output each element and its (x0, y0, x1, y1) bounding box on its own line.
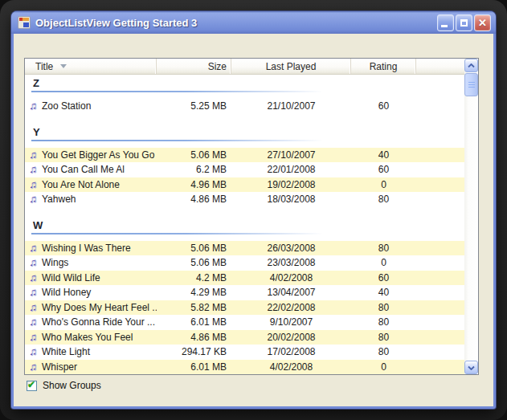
group-title: Z (25, 76, 464, 91)
row-title: Wishing I Was There (42, 243, 131, 254)
song-row[interactable]: ♫ Wild Honey 4.29 MB 13/04/2007 40 (25, 285, 464, 300)
column-header-last-played-label: Last Played (266, 61, 317, 72)
window-client-area: Title Size Last Played Rating Z (14, 34, 493, 406)
row-rating: 80 (351, 243, 416, 254)
song-row[interactable]: ♫ Zoo Station 5.25 MB 21/10/2007 60 (25, 99, 464, 114)
column-header-rating-label: Rating (370, 61, 398, 72)
song-row[interactable]: ♫ White Light 294.17 KB 17/02/2008 80 (25, 345, 464, 360)
group-title: W (25, 218, 464, 233)
vertical-scrollbar[interactable] (464, 59, 478, 374)
music-notes-icon: ♫ (27, 179, 39, 190)
row-rating: 80 (351, 332, 416, 343)
row-title: Whisper (42, 361, 77, 373)
row-title: Wild Wild Life (42, 272, 100, 283)
row-last-played: 4/02/2008 (231, 272, 351, 283)
music-notes-icon: ♫ (27, 243, 39, 254)
row-title: You Can Call Me Al (42, 164, 125, 175)
song-row[interactable]: ♫ You Can Call Me Al 6.2 MB 22/01/2008 6… (25, 162, 464, 177)
group-rows: ♫ You Get Bigger As You Go 5.06 MB 27/10… (25, 148, 464, 207)
minimize-button[interactable] (437, 14, 454, 31)
music-notes-icon: ♫ (27, 361, 39, 373)
row-size: 4.96 MB (157, 179, 231, 190)
group-underline (31, 140, 374, 141)
row-last-played: 17/02/2008 (231, 346, 351, 357)
column-header-title[interactable]: Title (25, 59, 157, 74)
close-button[interactable]: ✕ (474, 14, 491, 31)
row-rating: 80 (351, 346, 416, 357)
column-header-filler (416, 59, 464, 74)
column-header-title-label: Title (35, 61, 53, 72)
music-notes-icon: ♫ (27, 332, 39, 343)
row-rating: 60 (351, 164, 416, 175)
screenshot-background: ObjectListView Getting Started 3 ✕ Title (0, 0, 507, 420)
row-title: White Light (42, 346, 90, 357)
music-notes-icon: ♫ (27, 287, 39, 298)
song-row[interactable]: ♫ You Get Bigger As You Go 5.06 MB 27/10… (25, 148, 464, 163)
song-row[interactable]: ♫ You Are Not Alone 4.96 MB 19/02/2008 0 (25, 177, 464, 193)
title-bar[interactable]: ObjectListView Getting Started 3 ✕ (11, 11, 496, 34)
row-size: 294.17 KB (157, 346, 231, 357)
row-last-played: 26/03/2008 (231, 243, 351, 254)
row-rating: 0 (351, 257, 416, 268)
song-row[interactable]: ♫ (25, 374, 464, 375)
song-row[interactable]: ♫ Yahweh 4.86 MB 18/03/2008 80 (25, 192, 464, 207)
song-row[interactable]: ♫ Whisper 6.01 MB 4/02/2008 0 (25, 360, 464, 375)
music-notes-icon: ♫ (27, 257, 39, 268)
listview-header: Title Size Last Played Rating (25, 59, 464, 75)
row-rating: 60 (351, 272, 416, 283)
show-groups-checkbox[interactable]: ✔ (27, 381, 37, 391)
row-last-played: 23/03/2008 (231, 257, 351, 268)
row-last-played: 20/02/2008 (231, 332, 351, 343)
row-last-played: 22/02/2008 (231, 302, 351, 313)
music-notes-icon: ♫ (27, 100, 39, 112)
music-notes-icon: ♫ (27, 164, 39, 175)
row-last-played: 19/02/2008 (231, 179, 351, 190)
row-size: 5.25 MB (157, 100, 231, 112)
group-rows: ♫ Zoo Station 5.25 MB 21/10/2007 60 (25, 99, 464, 114)
songs-listview: Title Size Last Played Rating Z (24, 58, 479, 375)
row-rating: 80 (351, 302, 416, 313)
sort-descending-icon (60, 64, 67, 68)
row-last-played: 13/04/2007 (231, 287, 351, 298)
scrollbar-grip-icon (468, 82, 475, 88)
chevron-up-icon (468, 63, 475, 68)
group-rows: ♫ Wishing I Was There 5.06 MB 26/03/2008… (25, 241, 464, 375)
row-last-played: 9/10/2007 (231, 316, 351, 328)
scroll-up-button[interactable] (464, 59, 478, 72)
row-rating: 40 (351, 287, 416, 298)
music-notes-icon: ♫ (27, 272, 39, 283)
maximize-button[interactable] (456, 14, 472, 31)
row-size: 5.06 MB (157, 243, 231, 254)
checkmark-icon: ✔ (27, 379, 35, 390)
scrollbar-thumb[interactable] (464, 73, 478, 96)
song-row[interactable]: ♫ Who's Gonna Ride Your ... 6.01 MB 9/10… (25, 315, 464, 330)
row-title: You Get Bigger As You Go (42, 149, 154, 161)
row-rating: 0 (351, 361, 416, 373)
row-size: 6.01 MB (157, 316, 231, 328)
song-row[interactable]: ♫ Why Does My Heart Feel ... 5.82 MB 22/… (25, 300, 464, 316)
song-row[interactable]: ♫ Wild Wild Life 4.2 MB 4/02/2008 60 (25, 271, 464, 286)
column-header-size[interactable]: Size (157, 59, 231, 74)
row-rating: 80 (351, 194, 416, 205)
group-underline (31, 233, 374, 234)
row-size: 4.86 MB (157, 194, 231, 205)
row-title: Zoo Station (42, 100, 91, 112)
row-size: 4.2 MB (157, 272, 231, 283)
row-title: Who's Gonna Ride Your ... (42, 316, 155, 328)
group-underline (31, 91, 374, 92)
row-size: 5.82 MB (157, 302, 231, 313)
song-row[interactable]: ♫ Who Makes You Feel 4.86 MB 20/02/2008 … (25, 330, 464, 345)
group-title: Y (25, 125, 464, 140)
song-row[interactable]: ♫ Wings 5.06 MB 23/03/2008 0 (25, 255, 464, 271)
music-notes-icon: ♫ (27, 194, 39, 205)
row-size: 5.06 MB (157, 257, 231, 268)
song-row[interactable]: ♫ Wishing I Was There 5.06 MB 26/03/2008… (25, 241, 464, 256)
row-size: 4.29 MB (157, 287, 231, 298)
column-header-rating[interactable]: Rating (351, 59, 416, 74)
maximize-icon (460, 19, 468, 27)
column-header-last-played[interactable]: Last Played (231, 59, 351, 74)
row-size: 6.2 MB (157, 164, 231, 175)
listview-group: W ♫ Wishing I Was There 5.06 MB 26/03/20… (25, 218, 464, 375)
row-rating: 0 (351, 179, 416, 190)
scroll-down-button[interactable] (464, 361, 478, 374)
